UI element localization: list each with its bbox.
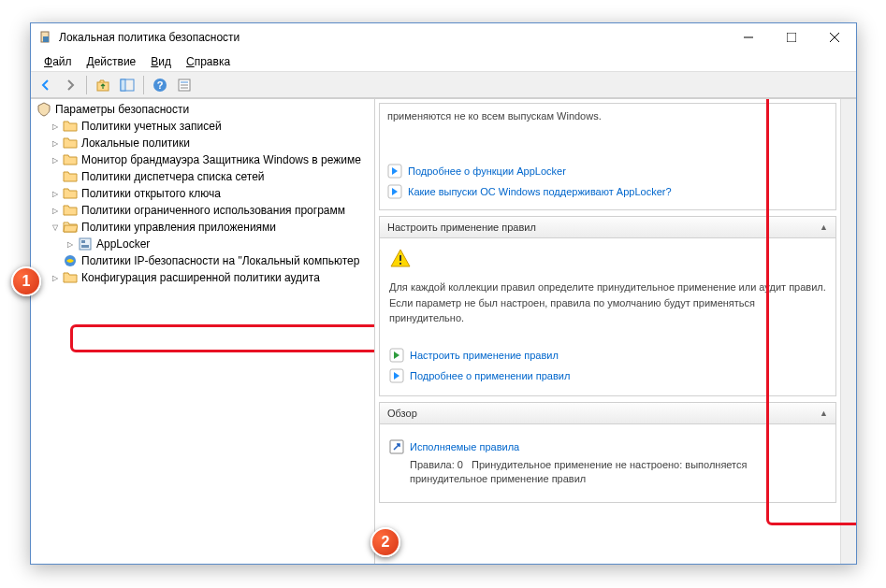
expander-icon[interactable]: ▽: [50, 222, 61, 233]
tree-root[interactable]: Параметры безопасности: [33, 101, 372, 118]
section-configure: Настроить применение правил ▲ Для каждой…: [379, 216, 836, 396]
svg-rect-17: [81, 245, 89, 248]
expander-icon[interactable]: ▷: [50, 137, 61, 149]
expander-icon[interactable]: ▷: [50, 205, 61, 216]
svg-rect-1: [43, 36, 49, 42]
svg-rect-22: [399, 263, 401, 265]
arrow-right-green-icon: [389, 348, 404, 363]
tree-item-restricted[interactable]: ▷ Политики ограниченного использования п…: [33, 202, 372, 219]
forward-button[interactable]: [59, 74, 81, 96]
minimize-button[interactable]: [727, 23, 770, 51]
close-button[interactable]: [813, 23, 856, 51]
highlight-1: [70, 324, 375, 352]
vertical-scrollbar[interactable]: [840, 99, 856, 564]
tree-pane[interactable]: Параметры безопасности ▷ Политики учетны…: [31, 99, 375, 564]
properties-button[interactable]: [173, 74, 196, 96]
expander-icon[interactable]: ▷: [50, 188, 61, 199]
section-header-configure[interactable]: Настроить применение правил ▲: [379, 216, 836, 238]
folder-icon: [63, 152, 78, 167]
link-editions[interactable]: Какие выпуски ОС Windows поддерживают Ap…: [408, 186, 672, 197]
rule-detail-text: Правила: 0 Принудительное применение не …: [389, 458, 826, 487]
tree-item-firewall[interactable]: ▷ Монитор брандмауэра Защитника Windows …: [33, 151, 372, 168]
svg-rect-3: [787, 33, 796, 42]
show-hide-tree-button[interactable]: [116, 74, 138, 96]
folder-icon: [63, 119, 78, 134]
svg-rect-21: [399, 255, 401, 261]
link-configure-enforcement[interactable]: Настроить применение правил: [410, 350, 559, 361]
tree-item-local[interactable]: ▷ Локальные политики: [33, 135, 372, 151]
expander-icon[interactable]: ▷: [50, 121, 61, 132]
section-overview: Обзор ▲ Исполняемые правила Правила: 0 П…: [379, 402, 836, 503]
callout-badge-2: 2: [370, 527, 400, 557]
callout-badge-1: 1: [11, 266, 41, 296]
tree-item-network[interactable]: Политики диспетчера списка сетей: [33, 168, 372, 185]
toolbar: ?: [31, 72, 856, 98]
arrow-right-icon: [387, 164, 402, 179]
folder-icon: [63, 169, 78, 184]
up-button[interactable]: [92, 74, 114, 96]
chevron-up-icon: ▲: [820, 409, 828, 418]
info-text: применяются не ко всем выпускам Windows.: [380, 104, 835, 129]
section-header-overview[interactable]: Обзор ▲: [379, 402, 836, 424]
menu-view[interactable]: Вид: [143, 53, 179, 70]
app-icon: [38, 30, 53, 45]
arrow-right-icon: [387, 184, 402, 199]
menu-action[interactable]: Действие: [80, 53, 144, 70]
chevron-up-icon: ▲: [820, 222, 828, 232]
folder-icon: [63, 186, 78, 201]
help-button[interactable]: ?: [149, 74, 171, 96]
folder-icon: [63, 270, 78, 285]
separator: [143, 76, 144, 94]
tree-item-publickey[interactable]: ▷ Политики открытого ключа: [33, 185, 372, 202]
main-window: Локальная политика безопасности Файл Дей…: [30, 22, 857, 565]
tree-item-audit[interactable]: ▷ Конфигурация расширенной политики ауди…: [33, 269, 372, 286]
expander-icon[interactable]: ▷: [65, 238, 76, 250]
maximize-button[interactable]: [770, 23, 813, 51]
applocker-icon: [78, 237, 93, 251]
security-icon: [36, 102, 51, 117]
tree-item-applocker[interactable]: ▷ AppLocker: [33, 236, 372, 252]
tree-item-accounts[interactable]: ▷ Политики учетных записей: [33, 118, 372, 135]
expander-icon[interactable]: ▷: [50, 272, 61, 283]
svg-rect-8: [121, 79, 125, 91]
shortcut-icon: [389, 439, 404, 454]
menubar: Файл Действие Вид Справка: [31, 51, 856, 72]
content-area: Параметры безопасности ▷ Политики учетны…: [31, 98, 856, 564]
separator: [86, 76, 87, 94]
folder-icon: [63, 136, 78, 151]
warning-icon: [389, 248, 412, 270]
link-about-enforcement[interactable]: Подробнее о применении правил: [410, 370, 570, 381]
svg-rect-16: [81, 240, 85, 243]
arrow-right-icon: [389, 368, 404, 383]
folder-icon: [63, 203, 78, 218]
link-about-applocker[interactable]: Подробнее о функции AppLocker: [408, 165, 566, 177]
folder-open-icon: [63, 220, 78, 235]
window-title: Локальная политика безопасности: [59, 31, 727, 44]
svg-rect-15: [80, 238, 91, 250]
link-exe-rules[interactable]: Исполняемые правила: [410, 441, 519, 452]
tree-item-ipsec[interactable]: Политики IP-безопасности на "Локальный к…: [33, 252, 372, 269]
ipsec-icon: [63, 253, 78, 268]
menu-file[interactable]: Файл: [36, 53, 80, 70]
menu-help[interactable]: Справка: [179, 53, 238, 70]
titlebar: Локальная политика безопасности: [31, 23, 856, 51]
tree-item-app-control[interactable]: ▽ Политики управления приложениями: [33, 219, 372, 236]
expander-icon[interactable]: ▷: [50, 154, 61, 165]
detail-pane: применяются не ко всем выпускам Windows.…: [375, 99, 856, 564]
back-button[interactable]: [35, 74, 57, 96]
svg-text:?: ?: [157, 79, 164, 91]
